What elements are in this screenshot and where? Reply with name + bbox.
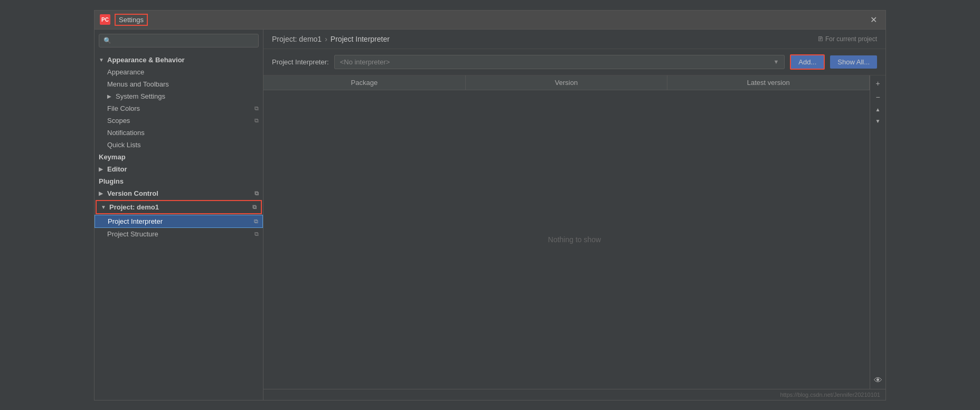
copy-icon: ⧉ — [255, 117, 259, 124]
interpreter-row: Project Interpreter: <No interpreter> ▼ … — [263, 49, 885, 75]
sidebar-item-appearance[interactable]: Appearance — [95, 66, 263, 78]
add-package-button[interactable]: + — [873, 78, 882, 89]
sidebar-item-label: System Settings — [116, 92, 165, 100]
right-panel: Project: demo1 › Project Interpreter 🖹 F… — [263, 30, 885, 400]
sidebar-item-label: Appearance — [107, 68, 144, 76]
sidebar-item-keymap[interactable]: Keymap — [95, 151, 263, 163]
main-content: 🔍 ▼ Appearance & Behavior Appearance Men… — [95, 30, 885, 400]
sidebar-item-notifications[interactable]: Notifications — [95, 127, 263, 139]
add-button[interactable]: Add... — [790, 54, 825, 70]
dropdown-arrow-icon: ▼ — [773, 59, 779, 65]
settings-dialog: PC Settings ✕ 🔍 ▼ Appearance & Behavior … — [94, 10, 886, 401]
dialog-title: Settings — [115, 14, 148, 26]
search-box: 🔍 — [99, 34, 259, 47]
chevron-down-icon: ▼ — [99, 57, 105, 63]
breadcrumb-project: Project: demo1 — [272, 35, 322, 43]
search-icon: 🔍 — [103, 37, 111, 44]
sidebar-tree: ▼ Appearance & Behavior Appearance Menus… — [95, 52, 263, 400]
chevron-right-icon: ▶ — [99, 190, 105, 196]
packages-table: Package Version Latest version Nothing t… — [263, 75, 885, 389]
interpreter-value: <No interpreter> — [340, 58, 390, 66]
sidebar-item-appearance-behavior[interactable]: ▼ Appearance & Behavior — [95, 54, 263, 66]
side-actions: + − ▲ ▼ 👁 — [870, 75, 885, 389]
sidebar-item-editor[interactable]: ▶ Editor — [95, 163, 263, 175]
breadcrumb-separator: › — [325, 35, 327, 43]
scroll-up-button[interactable]: ▲ — [873, 105, 883, 115]
for-current-project-label: 🖹 For current project — [817, 35, 877, 43]
remove-package-button[interactable]: − — [873, 91, 882, 103]
copy-icon: ⧉ — [254, 218, 258, 225]
chevron-down-icon: ▼ — [101, 204, 107, 210]
table-empty-state: Nothing to show — [263, 90, 885, 389]
app-icon: PC — [100, 14, 110, 25]
empty-text: Nothing to show — [548, 235, 601, 244]
sidebar-item-quick-lists[interactable]: Quick Lists — [95, 139, 263, 151]
copy-icon: ⧉ — [255, 105, 259, 112]
col-latest-version: Latest version — [667, 75, 870, 90]
sidebar-item-menus-toolbars[interactable]: Menus and Toolbars — [95, 78, 263, 90]
eye-button[interactable]: 👁 — [872, 374, 884, 387]
sidebar-item-label: Quick Lists — [107, 141, 141, 149]
title-bar: PC Settings ✕ — [95, 11, 885, 30]
sidebar: 🔍 ▼ Appearance & Behavior Appearance Men… — [95, 30, 263, 400]
sidebar-item-label: Project: demo1 — [109, 203, 159, 211]
table-header: Package Version Latest version — [263, 75, 885, 90]
sidebar-item-project-interpreter[interactable]: Project Interpreter ⧉ — [95, 215, 263, 228]
status-bar: https://blog.csdn.net/Jennifer20210101 — [263, 389, 885, 400]
sidebar-item-label: Project Structure — [107, 230, 158, 238]
breadcrumb-current: Project Interpreter — [331, 35, 390, 43]
chevron-right-icon: ▶ — [99, 166, 105, 172]
sidebar-item-label: Notifications — [107, 129, 145, 137]
project-label-text: 🖹 For current project — [817, 35, 877, 43]
sidebar-item-system-settings[interactable]: ▶ System Settings — [95, 90, 263, 102]
interpreter-dropdown[interactable]: <No interpreter> ▼ — [334, 55, 785, 69]
sidebar-item-label: Plugins — [99, 177, 124, 185]
sidebar-item-label: Editor — [107, 165, 127, 173]
sidebar-item-project-demo1[interactable]: ▼ Project: demo1 ⧉ — [96, 200, 262, 214]
sidebar-item-scopes[interactable]: Scopes ⧉ — [95, 115, 263, 127]
copy-icon: ⧉ — [255, 231, 259, 237]
close-button[interactable]: ✕ — [867, 14, 880, 26]
sidebar-item-label: Version Control — [107, 189, 158, 197]
sidebar-item-label: Project Interpreter — [108, 217, 163, 225]
status-url: https://blog.csdn.net/Jennifer20210101 — [780, 392, 880, 398]
scroll-down-button[interactable]: ▼ — [873, 117, 883, 126]
sidebar-item-label: Keymap — [99, 153, 126, 161]
breadcrumb: Project: demo1 › Project Interpreter 🖹 F… — [263, 30, 885, 49]
sidebar-item-project-structure[interactable]: Project Structure ⧉ — [95, 228, 263, 240]
sidebar-item-label: Scopes — [107, 117, 130, 125]
chevron-right-icon: ▶ — [107, 93, 114, 99]
copy-icon: ⧉ — [252, 204, 257, 211]
sidebar-item-version-control[interactable]: ▶ Version Control ⧉ — [95, 187, 263, 199]
sidebar-item-label: Menus and Toolbars — [107, 80, 169, 88]
show-all-button[interactable]: Show All... — [830, 55, 877, 69]
copy-icon: ⧉ — [255, 190, 259, 197]
sidebar-item-plugins[interactable]: Plugins — [95, 175, 263, 187]
col-package: Package — [263, 75, 466, 90]
title-bar-left: PC Settings — [100, 14, 148, 26]
col-version: Version — [466, 75, 668, 90]
sidebar-item-file-colors[interactable]: File Colors ⧉ — [95, 102, 263, 115]
interpreter-label: Project Interpreter: — [272, 58, 329, 66]
sidebar-item-label: Appearance & Behavior — [107, 56, 185, 64]
sidebar-item-label: File Colors — [107, 104, 140, 112]
search-input[interactable] — [115, 37, 254, 44]
